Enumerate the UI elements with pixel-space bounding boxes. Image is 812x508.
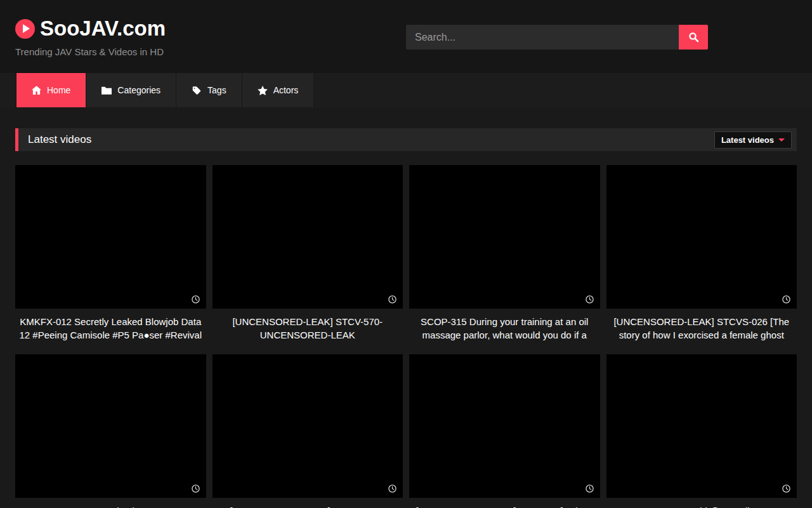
main-content: Latest videos Latest videos KMKFX-012 Se… (0, 128, 812, 508)
video-title[interactable]: NAMH-042 H Cup Big Tits Newcomer (170cm … (15, 504, 206, 508)
video-thumbnail[interactable] (606, 354, 797, 498)
video-title[interactable]: [UNCENSORED-LEAK] MXGS-1296 Absolutely (213, 504, 403, 508)
clock-icon (586, 295, 594, 304)
video-thumbnail[interactable] (409, 354, 600, 498)
video-card[interactable]: NAMH-042 H Cup Big Tits Newcomer (170cm … (15, 354, 206, 508)
home-icon (32, 86, 41, 95)
nav-item-tags[interactable]: Tags (176, 73, 242, 107)
caret-down-icon (778, 138, 785, 142)
clock-icon (192, 485, 200, 493)
video-card[interactable]: [UNCENSORED-LEAK] STCVS-026 [The story o… (606, 165, 797, 342)
video-card[interactable]: [UNCENSORED-LEAK] MXGS-1296 Absolutely (213, 354, 403, 508)
video-thumbnail[interactable] (15, 165, 206, 309)
video-grid: KMKFX-012 Secretly Leaked Blowjob Data 1… (15, 165, 797, 508)
site-logo[interactable]: SooJAV.com Trending JAV Stars & Videos i… (15, 17, 166, 57)
video-card[interactable]: KMKFX-012 Secretly Leaked Blowjob Data 1… (15, 165, 206, 342)
video-thumbnail[interactable] (213, 354, 403, 498)
nav-item-home[interactable]: Home (16, 73, 86, 107)
folder-icon (102, 86, 112, 95)
video-title[interactable]: KMKFX-012 Secretly Leaked Blowjob Data 1… (15, 315, 206, 342)
site-header: SooJAV.com Trending JAV Stars & Videos i… (0, 0, 812, 73)
clock-icon (782, 295, 790, 304)
nav-item-label: Actors (273, 85, 299, 95)
search-input[interactable] (406, 25, 679, 50)
video-title[interactable]: [UNCENSORED-LEAK] STCVS-026 [The story o… (606, 315, 797, 342)
search-icon (688, 32, 699, 43)
star-icon (258, 86, 268, 95)
search-box (406, 25, 708, 50)
video-title[interactable]: SCOP-315 During your training at an oil … (409, 315, 600, 342)
video-title[interactable]: [UNCENSORED-LEAK] STCV-570- UNCENSORED-L… (213, 315, 403, 342)
play-icon (15, 19, 35, 39)
video-title[interactable]: [UNCENSORED-LEAK] MLA-231 [3 shots in (409, 504, 600, 508)
clock-icon (586, 485, 594, 493)
clock-icon (388, 485, 396, 493)
tag-icon (192, 86, 202, 95)
nav-item-label: Home (47, 85, 70, 95)
nav-item-categories[interactable]: Categories (86, 73, 176, 107)
clock-icon (782, 485, 790, 493)
site-title: SooJAV.com (40, 17, 166, 41)
clock-icon (192, 295, 200, 304)
main-nav: Home Categories Tags Actors (0, 73, 812, 107)
video-title[interactable]: UPSM-186 Girl @ Era Alice (606, 504, 797, 508)
sort-dropdown-label: Latest videos (721, 135, 774, 145)
video-thumbnail[interactable] (409, 165, 600, 309)
site-tagline: Trending JAV Stars & Videos in HD (15, 46, 166, 57)
search-button[interactable] (679, 25, 708, 50)
sort-dropdown[interactable]: Latest videos (714, 131, 792, 149)
section-title: Latest videos (28, 133, 91, 146)
nav-item-label: Tags (207, 85, 226, 95)
video-thumbnail[interactable] (213, 165, 403, 309)
video-card[interactable]: [UNCENSORED-LEAK] STCV-570- UNCENSORED-L… (213, 165, 403, 342)
video-card[interactable]: UPSM-186 Girl @ Era Alice (606, 354, 797, 508)
clock-icon (388, 295, 396, 304)
video-card[interactable]: SCOP-315 During your training at an oil … (409, 165, 600, 342)
nav-item-actors[interactable]: Actors (242, 73, 315, 107)
section-header: Latest videos Latest videos (15, 128, 797, 151)
nav-item-label: Categories (117, 85, 160, 95)
video-card[interactable]: [UNCENSORED-LEAK] MLA-231 [3 shots in (409, 354, 600, 508)
video-thumbnail[interactable] (606, 165, 797, 309)
video-thumbnail[interactable] (15, 354, 206, 498)
